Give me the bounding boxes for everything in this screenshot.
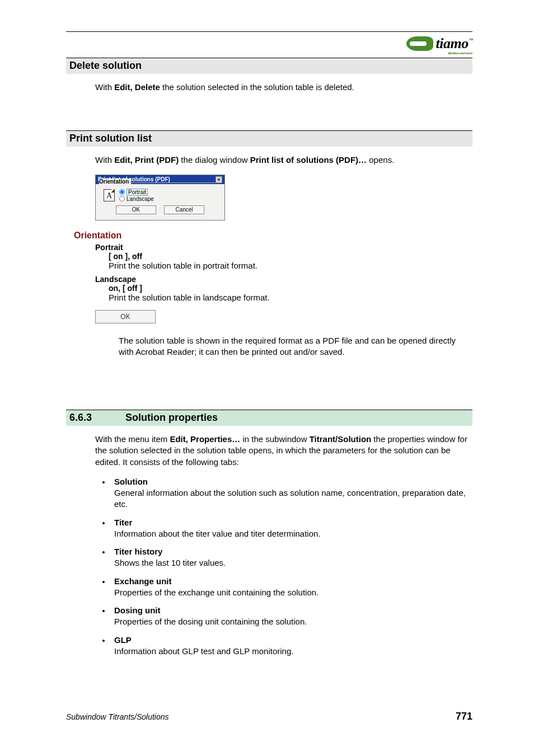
print-solution-paragraph: With Edit, Print (PDF) the dialog window… [95, 154, 472, 166]
menu-ref: Edit, Delete [114, 82, 160, 92]
tab-name: Solution [114, 477, 148, 486]
menu-ref: Edit, Properties… [170, 434, 240, 444]
solution-properties-intro: With the menu item Edit, Properties… in … [95, 434, 472, 468]
tab-desc: Information about GLP test and GLP monit… [114, 646, 293, 656]
dialog-ref: Print list of solutions (PDF)… [250, 155, 367, 165]
ok-button[interactable]: OK [116, 205, 156, 214]
footer-section: Subwindow Titrants/Solutions [66, 712, 169, 721]
radio-portrait[interactable]: Portrait [119, 189, 154, 196]
list-item: Dosing unitProperties of the dosing unit… [111, 605, 472, 628]
print-dialog: Print list of solutions (PDF) × Orientat… [95, 175, 225, 220]
tabs-bullet-list: SolutionGeneral information about the so… [66, 476, 472, 657]
option-name: Portrait [95, 243, 472, 252]
text: With the menu item [95, 434, 170, 444]
list-item: TiterInformation about the titer value a… [111, 517, 472, 540]
ok-description: The solution table is shown in the requi… [119, 335, 472, 358]
text: With [95, 155, 114, 165]
tab-name: Titer [114, 518, 132, 527]
menu-ref: Edit, Print (PDF) [114, 155, 179, 165]
list-item: Titer historyShows the last 10 titer val… [111, 546, 472, 569]
ok-button-illustration: OK [95, 310, 156, 323]
option-portrait: Portrait [ on ], off Print the solution … [95, 243, 472, 270]
option-desc: Print the solution table in landscape fo… [109, 293, 472, 302]
tab-desc: Shows the last 10 titer values. [114, 558, 226, 567]
tab-name: Exchange unit [114, 576, 172, 586]
tab-name: Dosing unit [114, 605, 161, 615]
radio-label: Portrait [127, 189, 148, 196]
list-item: Exchange unitProperties of the exchange … [111, 576, 472, 599]
option-state: on, [ off ] [109, 284, 472, 293]
page-number: 771 [456, 711, 472, 722]
option-landscape: Landscape on, [ off ] Print the solution… [95, 275, 472, 302]
orientation-page-icon: A [104, 189, 115, 201]
tab-desc: Information about the titer value and ti… [114, 529, 321, 538]
tab-desc: General information about the solution s… [114, 488, 466, 509]
cancel-button[interactable]: Cancel [164, 205, 204, 214]
brand-logo: tiamo™ titration and more [66, 35, 472, 52]
heading-delete-solution: Delete solution [66, 58, 472, 74]
text: the dialog window [179, 155, 250, 165]
option-state: [ on ], off [109, 252, 472, 261]
list-item: SolutionGeneral information about the so… [111, 476, 472, 510]
list-item: GLPInformation about GLP test and GLP mo… [111, 635, 472, 658]
section-title: Solution properties [125, 412, 218, 423]
delete-solution-paragraph: With Edit, Delete the solution selected … [95, 82, 472, 93]
tab-name: Titer history [114, 547, 162, 556]
section-number: 6.6.3 [69, 412, 125, 424]
text: opens. [367, 155, 394, 165]
logo-name: tiamo [435, 35, 468, 51]
heading-print-solution-list: Print solution list [66, 130, 472, 147]
text: in the subwindow [240, 434, 309, 444]
top-rule [66, 31, 472, 32]
tab-desc: Properties of the dosing unit containing… [114, 617, 307, 626]
subwindow-ref: Titrant/Solution [310, 434, 372, 444]
logo-tagline: titration and more [448, 51, 472, 55]
tab-desc: Properties of the exchange unit containi… [114, 588, 318, 597]
heading-solution-properties: 6.6.3Solution properties [66, 410, 472, 426]
fieldset-label: Orientation [99, 179, 131, 185]
heading-orientation: Orientation [74, 231, 472, 241]
text: With [95, 82, 114, 92]
option-name: Landscape [95, 275, 472, 284]
tab-name: GLP [114, 635, 132, 645]
radio-label: Landscape [127, 196, 154, 202]
logo-tm: ™ [469, 37, 473, 43]
option-desc: Print the solution table in portrait for… [109, 261, 472, 270]
logo-swoosh-icon [406, 36, 433, 51]
radio-landscape[interactable]: Landscape [119, 196, 154, 202]
text: the solution selected in the solution ta… [160, 82, 354, 92]
